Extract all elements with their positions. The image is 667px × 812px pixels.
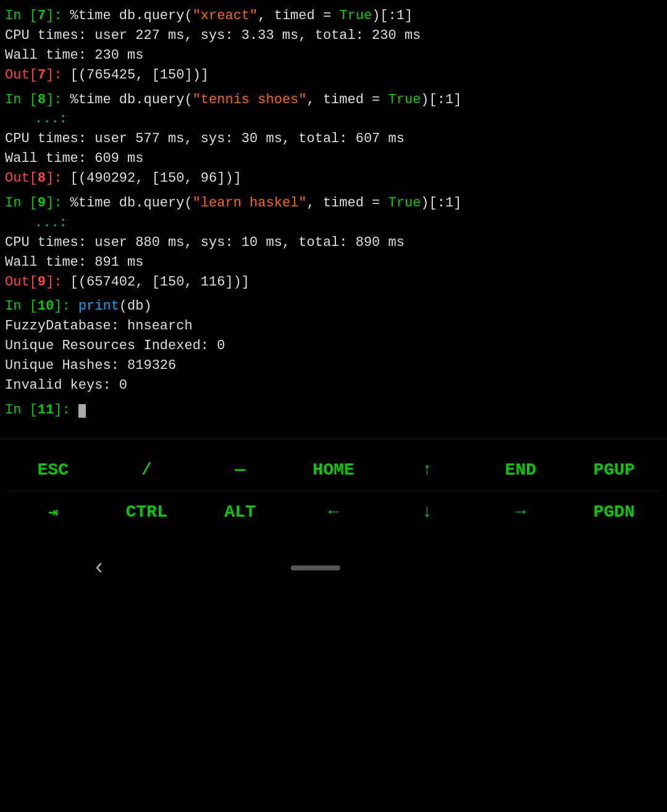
right-arrow-key[interactable]: →: [490, 502, 552, 522]
keyboard-row-2: ⇥ CTRL ALT ← ↓ → PGDN: [6, 494, 661, 531]
out-label-8: Out[: [5, 171, 38, 186]
in-bracket-10: ]:: [54, 298, 70, 314]
cell-10-print-4: Invalid keys: 0: [5, 376, 662, 395]
cell-9-string: "learn haskel": [193, 195, 307, 211]
in-num-11: 11: [38, 402, 54, 418]
cell-9-out-value: [(657402, [150, 116])]: [62, 274, 250, 290]
left-arrow-key[interactable]: ←: [303, 502, 364, 522]
in-bracket-8: ]:: [46, 92, 62, 108]
cell-9-timing: CPU times: user 880 ms, sys: 10 ms, tota…: [5, 233, 662, 253]
nav-pill: [291, 565, 340, 570]
in-num-9: 9: [38, 195, 46, 211]
cell-9: In [9]: %time db.query("learn haskel", t…: [5, 193, 662, 292]
up-arrow-key[interactable]: ↑: [396, 460, 458, 480]
in-label-10: In [: [5, 298, 38, 314]
terminal-output: In [7]: %time db.query("xreact", timed =…: [0, 0, 667, 420]
cell-8-continuation: ...:: [35, 109, 662, 129]
cell-10-print-3: Unique Hashes: 819326: [5, 356, 662, 376]
cell-8-wall: Wall time: 609 ms: [5, 149, 662, 169]
alt-key[interactable]: ALT: [209, 502, 271, 522]
cell-7-input: In [7]: %time db.query("xreact", timed =…: [5, 6, 662, 26]
cell-7-code: %time db.query("xreact", timed = True)[:…: [62, 8, 413, 23]
esc-key[interactable]: ESC: [22, 460, 84, 480]
cell-10-input: In [10]: print(db): [5, 297, 662, 316]
cell-11-cursor-area[interactable]: [70, 402, 86, 418]
pgup-key[interactable]: PGUP: [583, 460, 645, 480]
cell-8-input: In [8]: %time db.query("tennis shoes", t…: [5, 90, 662, 110]
cell-8-true: True: [388, 92, 421, 108]
cell-9-code: %time db.query("learn haskel", timed = T…: [62, 195, 461, 211]
in-label-7: In [: [5, 8, 38, 23]
cell-9-input: In [9]: %time db.query("learn haskel", t…: [5, 193, 662, 213]
cell-7-out-value: [(765425, [150])]: [62, 67, 209, 83]
out-bracket-8: ]:: [46, 171, 62, 186]
cell-7-output: Out[7]: [(765425, [150])]: [5, 66, 662, 85]
cell-10-print-2: Unique Resources Indexed: 0: [5, 336, 662, 356]
out-num-8: 8: [38, 171, 46, 186]
cell-9-wall: Wall time: 891 ms: [5, 253, 662, 273]
keyboard-row-1: ESC / — HOME ↑ END PGUP: [6, 452, 661, 488]
cell-9-continuation: ...:: [35, 213, 662, 233]
end-key[interactable]: END: [490, 460, 552, 480]
in-label-9: In [: [5, 195, 38, 211]
out-num-7: 7: [38, 67, 46, 83]
ctrl-key[interactable]: CTRL: [115, 502, 177, 522]
cell-10-code: print(db): [70, 298, 152, 314]
in-bracket-7: ]:: [46, 8, 62, 23]
keyboard-area: ESC / — HOME ↑ END PGUP ⇥ CTRL ALT ← ↓ →…: [0, 439, 667, 537]
cell-8-string: "tennis shoes": [193, 92, 307, 108]
cell-8-out-value: [(490292, [150, 96])]: [62, 171, 241, 186]
slash-key[interactable]: /: [115, 460, 177, 480]
cell-8-output: Out[8]: [(490292, [150, 96])]: [5, 169, 662, 188]
out-label-7: Out[: [5, 67, 38, 83]
cell-7-string: "xreact": [193, 8, 258, 23]
out-label-9: Out[: [5, 274, 38, 290]
cell-9-true: True: [388, 195, 421, 211]
cell-8-code: %time db.query("tennis shoes", timed = T…: [62, 92, 461, 108]
cell-11-input: In [11]:: [5, 400, 662, 420]
cell-8: In [8]: %time db.query("tennis shoes", t…: [5, 90, 662, 188]
text-cursor: [78, 404, 86, 418]
keyboard-divider: [6, 491, 661, 491]
in-bracket-11: ]:: [54, 402, 70, 418]
cell-7-wall: Wall time: 230 ms: [5, 46, 662, 66]
in-bracket-9: ]:: [46, 195, 62, 211]
tab-key[interactable]: ⇥: [22, 502, 84, 522]
cell-7: In [7]: %time db.query("xreact", timed =…: [5, 6, 662, 85]
in-label-8: In [: [5, 92, 38, 108]
back-button[interactable]: ‹: [93, 556, 106, 581]
print-keyword-10: print: [78, 298, 119, 314]
in-label-11: In [: [5, 402, 38, 418]
cell-8-timing: CPU times: user 577 ms, sys: 30 ms, tota…: [5, 129, 662, 149]
nav-bar: ‹: [0, 543, 667, 587]
dash-key[interactable]: —: [209, 460, 271, 480]
in-num-7: 7: [38, 8, 46, 23]
cell-7-true: True: [339, 8, 372, 23]
out-bracket-9: ]:: [46, 274, 62, 290]
home-key[interactable]: HOME: [303, 460, 364, 480]
cell-9-output: Out[9]: [(657402, [150, 116])]: [5, 273, 662, 292]
down-arrow-key[interactable]: ↓: [396, 502, 458, 522]
cell-11: In [11]:: [5, 400, 662, 420]
cell-10: In [10]: print(db) FuzzyDatabase: hnsear…: [5, 297, 662, 395]
out-num-9: 9: [38, 274, 46, 290]
cell-10-print-1: FuzzyDatabase: hnsearch: [5, 316, 662, 336]
pgdn-key[interactable]: PGDN: [583, 502, 645, 522]
in-num-10: 10: [38, 298, 54, 314]
out-bracket-7: ]:: [46, 67, 62, 83]
cell-7-timing: CPU times: user 227 ms, sys: 3.33 ms, to…: [5, 26, 662, 46]
in-num-8: 8: [38, 92, 46, 108]
